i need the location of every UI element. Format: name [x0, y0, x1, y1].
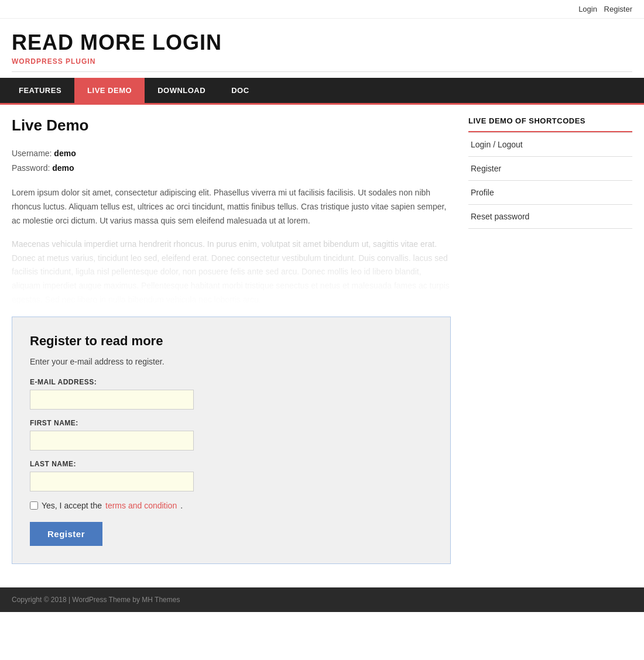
site-subtitle: WordPress Plugin: [12, 57, 632, 72]
nav-item-download[interactable]: Download: [145, 78, 218, 103]
main-nav: Features Live Demo Download Doc: [0, 78, 644, 105]
nav-item-live-demo[interactable]: Live Demo: [74, 78, 145, 103]
nav-item-features[interactable]: Features: [6, 78, 74, 103]
credentials-section: Username: demo Password: demo: [12, 146, 451, 176]
nav-link-live-demo[interactable]: Live Demo: [74, 78, 145, 103]
nav-link-download[interactable]: Download: [145, 78, 218, 103]
sidebar-menu: Login / Logout Register Profile Reset pa…: [468, 132, 632, 229]
email-input[interactable]: [30, 390, 194, 410]
lorem-paragraph-2: Maecenas vehicula imperdiet urna hendrer…: [12, 238, 451, 307]
firstname-input[interactable]: [30, 431, 194, 451]
sidebar: Live Demo of Shortcodes Login / Logout R…: [468, 116, 632, 564]
nav-link-doc[interactable]: Doc: [218, 78, 262, 103]
sidebar-link-login-logout[interactable]: Login / Logout: [468, 133, 632, 156]
register-box: Register to read more Enter your e-mail …: [12, 317, 451, 564]
checkbox-text-before: Yes, I accept the: [42, 501, 102, 510]
topbar-register-link[interactable]: Register: [604, 5, 632, 13]
firstname-label: First Name:: [30, 419, 433, 427]
password-row: Password: demo: [12, 161, 451, 176]
nav-item-doc[interactable]: Doc: [218, 78, 262, 103]
sidebar-link-register[interactable]: Register: [468, 157, 632, 180]
email-label: E-Mail Address:: [30, 378, 433, 386]
register-box-description: Enter your e-mail address to register.: [30, 357, 433, 366]
topbar-login-link[interactable]: Login: [578, 5, 597, 13]
checkbox-text-after: .: [180, 501, 183, 510]
main-content: Live Demo Username: demo Password: demo …: [12, 116, 451, 564]
terms-checkbox[interactable]: [30, 501, 38, 510]
register-box-heading: Register to read more: [30, 334, 433, 349]
terms-checkbox-row: Yes, I accept the terms and condition .: [30, 501, 433, 510]
password-label: Password:: [12, 163, 50, 173]
username-label: Username:: [12, 149, 52, 158]
top-bar: Login Register: [0, 0, 644, 19]
nav-link-features[interactable]: Features: [6, 78, 74, 103]
page-heading: Live Demo: [12, 116, 451, 135]
footer: Copyright © 2018 | WordPress Theme by MH…: [0, 587, 644, 612]
lorem-paragraph-1: Lorem ipsum dolor sit amet, consectetur …: [12, 186, 451, 228]
lastname-field-group: Last Name:: [30, 460, 433, 491]
page-wrapper: Live Demo Username: demo Password: demo …: [0, 105, 644, 576]
register-form: E-Mail Address: First Name: Last Name: Y…: [30, 378, 433, 546]
username-val: demo: [54, 149, 76, 158]
sidebar-item-login-logout[interactable]: Login / Logout: [468, 132, 632, 156]
password-val: demo: [52, 163, 74, 173]
sidebar-link-reset-password[interactable]: Reset password: [468, 205, 632, 228]
email-field-group: E-Mail Address:: [30, 378, 433, 410]
username-row: Username: demo: [12, 146, 451, 161]
footer-text: Copyright © 2018 | WordPress Theme by MH…: [12, 596, 180, 604]
sidebar-item-reset-password[interactable]: Reset password: [468, 204, 632, 228]
site-title: READ MORE LOGIN: [12, 30, 632, 55]
register-button[interactable]: Register: [30, 522, 102, 546]
terms-link[interactable]: terms and condition: [105, 501, 177, 510]
site-header: READ MORE LOGIN WordPress Plugin: [0, 19, 644, 78]
sidebar-item-register[interactable]: Register: [468, 156, 632, 180]
lastname-label: Last Name:: [30, 460, 433, 468]
sidebar-link-profile[interactable]: Profile: [468, 181, 632, 204]
sidebar-title: Live Demo of Shortcodes: [468, 116, 632, 132]
firstname-field-group: First Name:: [30, 419, 433, 451]
sidebar-item-profile[interactable]: Profile: [468, 180, 632, 204]
lastname-input[interactable]: [30, 472, 194, 491]
